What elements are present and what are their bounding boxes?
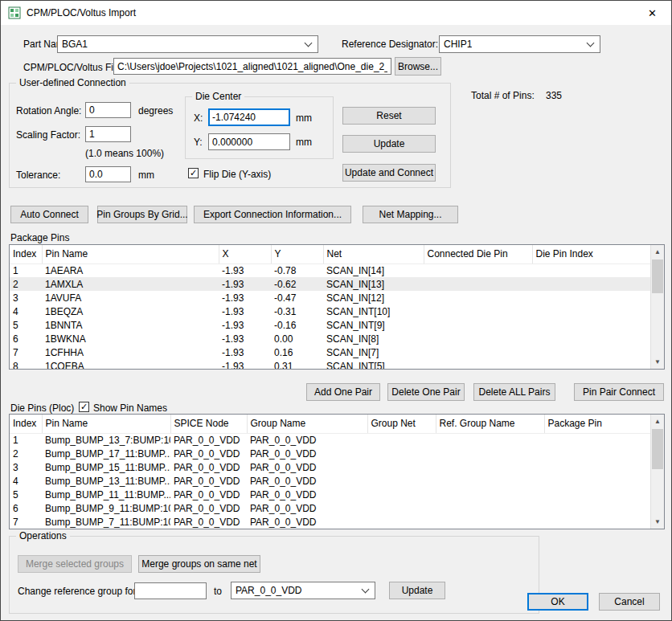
table-cell: PAR_0_0_VDD: [247, 501, 367, 515]
chevron-down-icon: [305, 39, 313, 47]
update-and-connect-button[interactable]: Update and Connect: [342, 164, 436, 182]
column-header[interactable]: Y: [271, 245, 323, 264]
window-title: CPM/PLOC/Voltus Import: [27, 7, 136, 18]
table-row[interactable]: 6Bump_BUMP_9_11:BUMP:10PAR_0_0_VDDPAR_0_…: [10, 501, 650, 515]
ok-button[interactable]: OK: [527, 593, 588, 611]
table-cell: 6: [10, 501, 42, 515]
die-center-y-input[interactable]: [208, 133, 290, 150]
change-reference-group-input[interactable]: [134, 582, 207, 599]
chevron-down-icon: [362, 586, 370, 594]
table-row[interactable]: 81COEBA-1.930.31SCAN_INT[5]: [10, 359, 650, 370]
scroll-down-icon[interactable]: ▼: [651, 355, 664, 369]
table-row[interactable]: 41BEQZA-1.93-0.31SCAN_INT[10]: [10, 304, 650, 318]
scaling-factor-input[interactable]: [85, 126, 131, 142]
table-row[interactable]: 7Bump_BUMP_7_11:BUMP:10PAR_0_0_VDDPAR_0_…: [10, 515, 650, 529]
die-center-group: Die Center X: mm Y: mm: [185, 96, 334, 159]
column-header[interactable]: SPICE Node: [170, 415, 247, 433]
pin-pair-connect-button[interactable]: Pin Pair Connect: [574, 383, 664, 401]
column-header[interactable]: Die Pin Index: [532, 245, 650, 264]
table-cell: [367, 488, 436, 501]
delete-all-pairs-button[interactable]: Delete ALL Pairs: [473, 383, 555, 401]
scaling-factor-label: Scaling Factor:: [16, 129, 80, 141]
reset-button[interactable]: Reset: [342, 107, 436, 125]
table-cell: SCAN_INT[10]: [323, 304, 424, 318]
column-header[interactable]: Package Pin: [544, 415, 650, 433]
operations-update-button[interactable]: Update: [389, 582, 445, 599]
column-header[interactable]: X: [219, 245, 271, 264]
scrollbar-thumb[interactable]: [652, 429, 663, 469]
table-cell: [424, 332, 532, 345]
column-header[interactable]: Group Name: [247, 415, 367, 433]
table-row[interactable]: 61BWKNA-1.930.00SCAN_IN[8]: [10, 332, 650, 345]
table-row[interactable]: 5Bump_BUMP_11_11:BUMP...PAR_0_0_VDDPAR_0…: [10, 488, 650, 501]
part-name-select[interactable]: BGA1: [57, 35, 318, 53]
column-header[interactable]: Group Net: [367, 415, 436, 433]
table-row[interactable]: 71CFHHA-1.930.16SCAN_IN[7]: [10, 345, 650, 359]
file-path-input[interactable]: [113, 58, 391, 75]
column-header[interactable]: Net: [323, 245, 424, 264]
update-button[interactable]: Update: [342, 135, 436, 153]
table-cell: [532, 277, 650, 291]
table-cell: [436, 474, 544, 488]
tolerance-input[interactable]: [85, 166, 131, 182]
table-row[interactable]: 1Bump_BUMP_13_7:BUMP:10PAR_0_0_VDDPAR_0_…: [10, 433, 650, 447]
auto-connect-button[interactable]: Auto Connect: [10, 206, 88, 223]
net-mapping-button[interactable]: Net Mapping...: [363, 206, 458, 223]
table-cell: PAR_0_0_VDD: [247, 488, 367, 501]
table-cell: 6: [10, 332, 42, 345]
column-header[interactable]: Pin Name: [42, 245, 219, 264]
table-cell: 1: [10, 433, 42, 447]
pin-groups-by-grid-button[interactable]: Pin Groups By Grid...: [97, 206, 187, 223]
table-cell: 1CFHHA: [42, 345, 219, 359]
delete-one-pair-button[interactable]: Delete One Pair: [387, 383, 465, 401]
vertical-scrollbar[interactable]: ▲ ▼: [650, 415, 664, 529]
scroll-up-icon[interactable]: ▲: [651, 245, 664, 259]
table-cell: 8: [10, 359, 42, 370]
ref-designator-select[interactable]: CHIP1: [439, 35, 600, 53]
table-row[interactable]: 21AMXLA-1.93-0.62SCAN_IN[13]: [10, 277, 650, 291]
table-cell: [367, 447, 436, 460]
table-row[interactable]: 11AEARA-1.93-0.78SCAN_IN[14]: [10, 264, 650, 277]
table-cell: SCAN_IN[12]: [323, 291, 424, 304]
die-pins-section-label: Die Pins (Ploc): [10, 402, 74, 414]
column-header[interactable]: Ref. Group Name: [436, 415, 544, 433]
column-header[interactable]: Index: [10, 415, 42, 433]
table-row[interactable]: 31AVUFA-1.93-0.47SCAN_IN[12]: [10, 291, 650, 304]
die-center-x-input[interactable]: [208, 108, 290, 126]
table-cell: 2: [10, 277, 42, 291]
table-cell: [424, 304, 532, 318]
titlebar: CPM/PLOC/Voltus Import ✕: [1, 1, 671, 25]
close-icon[interactable]: ✕: [634, 2, 670, 24]
add-one-pair-button[interactable]: Add One Pair: [306, 383, 380, 401]
export-connection-information-button[interactable]: Export Connection Information...: [194, 206, 351, 223]
die-center-title: Die Center: [192, 91, 244, 102]
table-header-row: IndexPin NameSPICE NodeGroup NameGroup N…: [10, 415, 650, 433]
browse-button[interactable]: Browse...: [395, 57, 441, 76]
table-row[interactable]: 2Bump_BUMP_17_11:BUMP...PAR_0_0_VDDPAR_0…: [10, 447, 650, 460]
column-header[interactable]: Pin Name: [42, 415, 170, 433]
table-row[interactable]: 4Bump_BUMP_13_11:BUMP...PAR_0_0_VDDPAR_0…: [10, 474, 650, 488]
column-header[interactable]: Index: [10, 245, 42, 264]
cpm-ploc-voltus-import-dialog: CPM/PLOC/Voltus Import ✕ Part Name: BGA1…: [0, 0, 672, 621]
flip-die-checkbox[interactable]: ✓: [188, 168, 199, 178]
show-pin-names-checkbox[interactable]: ✓: [79, 402, 89, 412]
scrollbar-thumb[interactable]: [652, 259, 663, 293]
table-cell: PAR_0_0_VDD: [247, 447, 367, 460]
cancel-button[interactable]: Cancel: [599, 593, 660, 611]
column-header[interactable]: Connected Die Pin: [424, 245, 532, 264]
vertical-scrollbar[interactable]: ▲ ▼: [650, 245, 664, 369]
die-center-x-label: X:: [194, 112, 203, 124]
scroll-up-icon[interactable]: ▲: [651, 415, 664, 428]
reference-group-select[interactable]: PAR_0_0_VDD: [231, 582, 375, 599]
table-header-row: IndexPin NameXYNetConnected Die PinDie P…: [10, 245, 650, 264]
table-row[interactable]: 51BNNTA-1.93-0.16SCAN_INT[9]: [10, 318, 650, 332]
rotation-angle-input[interactable]: [85, 102, 131, 118]
scroll-down-icon[interactable]: ▼: [651, 515, 664, 529]
package-pins-grid: IndexPin NameXYNetConnected Die PinDie P…: [10, 245, 650, 370]
group-title: User-defined Connection: [16, 77, 129, 88]
table-cell: 1COEBA: [42, 359, 219, 370]
table-row[interactable]: 3Bump_BUMP_15_11:BUMP...PAR_0_0_VDDPAR_0…: [10, 460, 650, 474]
merge-groups-same-net-button[interactable]: Merge groups on same net: [138, 555, 260, 573]
table-cell: Bump_BUMP_7_11:BUMP:10: [42, 515, 170, 529]
table-cell: [532, 359, 650, 370]
